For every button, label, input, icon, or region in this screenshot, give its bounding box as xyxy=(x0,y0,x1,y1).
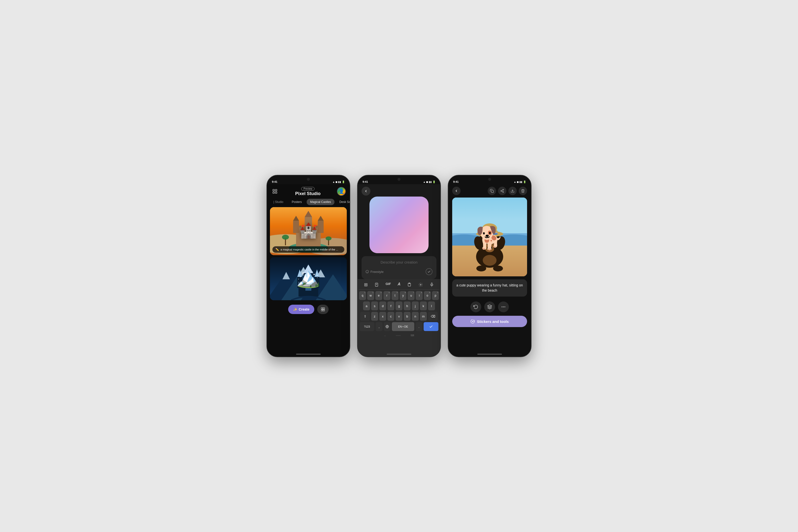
svg-point-60 xyxy=(503,189,504,190)
kb-key-t[interactable]: 5t xyxy=(392,291,399,300)
camera-notch-3 xyxy=(488,178,491,181)
back-button-2[interactable] xyxy=(362,187,370,195)
ice-castle-image xyxy=(270,257,347,300)
kb-tool-mic[interactable] xyxy=(430,282,434,287)
svg-point-62 xyxy=(503,192,504,193)
tabs-row: | Studio Posters Magical Castles Desk Se… xyxy=(267,198,350,207)
kb-comma[interactable]: , xyxy=(376,322,382,331)
desert-castle-card[interactable]: ✏️ a magical magestic castle in the midd… xyxy=(270,207,347,255)
kb-key-v[interactable]: v xyxy=(396,312,402,321)
kb-key-e[interactable]: 3e xyxy=(375,291,382,300)
camera-notch-2 xyxy=(398,178,400,181)
describe-box[interactable]: Describe your creation Freestyle xyxy=(362,256,436,279)
svg-rect-34 xyxy=(315,277,320,288)
more-button[interactable] xyxy=(498,302,509,312)
check-button[interactable] xyxy=(425,268,433,275)
kb-key-n[interactable]: n xyxy=(412,312,419,321)
kb-key-f[interactable]: f xyxy=(387,302,394,310)
kb-key-q[interactable]: 1q xyxy=(359,291,366,300)
app-title: Pixel Studio xyxy=(295,191,320,196)
kb-key-d[interactable]: d xyxy=(379,302,386,310)
kb-key-m[interactable]: m xyxy=(420,312,427,321)
freestyle-label[interactable]: Freestyle xyxy=(365,270,383,274)
kb-tool-clip[interactable] xyxy=(374,282,379,287)
svg-rect-2 xyxy=(273,192,274,193)
kb-key-w[interactable]: 2w xyxy=(367,291,374,300)
kb-tool-apps[interactable]: ⊞ xyxy=(364,282,368,287)
avatar[interactable]: 👤 xyxy=(337,187,346,196)
create-label: Create xyxy=(299,307,309,311)
svg-rect-55 xyxy=(431,283,433,285)
camera-notch xyxy=(307,178,310,181)
kb-shift[interactable]: ⇧ xyxy=(360,312,370,321)
svg-rect-3 xyxy=(276,192,277,193)
kb-num-toggle[interactable]: ?123 xyxy=(360,322,374,331)
tab-posters[interactable]: Posters xyxy=(288,199,305,205)
create-icon: ✨ xyxy=(293,307,297,311)
refresh-button[interactable] xyxy=(471,302,481,312)
svg-line-63 xyxy=(502,191,503,192)
svg-rect-45 xyxy=(321,309,323,311)
describe-placeholder: Describe your creation xyxy=(365,260,433,264)
tab-desk-setups[interactable]: Desk Setups xyxy=(336,199,350,205)
kb-key-x[interactable]: x xyxy=(379,312,386,321)
kb-key-y[interactable]: 6y xyxy=(400,291,407,300)
svg-rect-44 xyxy=(323,308,325,309)
kb-key-r[interactable]: 4r xyxy=(383,291,391,300)
kb-key-u[interactable]: 7u xyxy=(407,291,415,300)
kb-key-a[interactable]: a xyxy=(363,302,370,310)
svg-rect-40 xyxy=(299,282,299,285)
kb-tool-settings[interactable] xyxy=(418,282,423,287)
tab-magical-castles[interactable]: Magical Castles xyxy=(307,199,335,205)
svg-marker-91 xyxy=(488,305,492,307)
kb-key-s[interactable]: s xyxy=(371,302,378,310)
svg-point-23 xyxy=(326,236,331,241)
kb-key-i[interactable]: 8i xyxy=(416,291,423,300)
svg-rect-1 xyxy=(276,189,277,191)
svg-point-77 xyxy=(491,241,493,244)
svg-marker-30 xyxy=(299,267,308,276)
kb-backspace[interactable]: ⌫ xyxy=(428,312,438,321)
kb-key-p[interactable]: 0p xyxy=(432,291,439,300)
kb-key-c[interactable]: c xyxy=(387,312,394,321)
svg-point-21 xyxy=(282,235,289,240)
kb-key-j[interactable]: j xyxy=(412,302,419,310)
caption-text: a magical magestic castle in the middle … xyxy=(281,248,338,251)
describe-footer: Freestyle xyxy=(365,268,433,275)
download-button[interactable] xyxy=(508,187,517,195)
delete-button[interactable] xyxy=(519,187,527,195)
kb-key-g[interactable]: g xyxy=(396,302,402,310)
share-button[interactable] xyxy=(498,187,507,195)
kb-key-h[interactable]: h xyxy=(404,302,411,310)
kb-tool-font[interactable]: A xyxy=(398,282,401,287)
copy-button[interactable] xyxy=(488,187,496,195)
kb-globe[interactable] xyxy=(384,322,391,331)
kb-num-row: 1q 2w 3e 4r 5t 6y xyxy=(359,291,439,300)
svg-point-88 xyxy=(482,223,497,233)
create-button[interactable]: ✨ Create xyxy=(288,305,315,314)
tab-studio[interactable]: | Studio xyxy=(270,199,287,205)
kb-key-b[interactable]: b xyxy=(404,312,411,321)
keyboard-hint: ⌄ —— ⌨ xyxy=(359,332,439,338)
kb-period[interactable]: . xyxy=(416,322,422,331)
edit-button[interactable] xyxy=(317,305,328,314)
kb-key-k[interactable]: k xyxy=(420,302,427,310)
back-button-3[interactable] xyxy=(452,187,460,195)
kb-space[interactable]: EN • DE xyxy=(392,322,414,331)
gallery-icon[interactable] xyxy=(271,187,279,195)
svg-point-89 xyxy=(476,266,486,271)
svg-rect-39 xyxy=(305,284,311,291)
svg-point-83 xyxy=(483,255,496,266)
kb-enter[interactable] xyxy=(424,322,438,331)
kb-key-z[interactable]: z xyxy=(371,312,378,321)
kb-tool-gif[interactable]: GIF xyxy=(385,282,391,287)
stickers-button[interactable]: Stickers and tools xyxy=(452,316,527,327)
header-title: Preview Pixel Studio xyxy=(295,186,320,196)
kb-key-o[interactable]: 9o xyxy=(424,291,431,300)
kb-tool-clipboard[interactable] xyxy=(407,282,412,287)
ice-castle-card[interactable] xyxy=(270,257,347,300)
phone-2: 9:41 ▲ ◼ ▮▮ 🔋 Describe your creation xyxy=(357,175,441,357)
kb-key-l[interactable]: l xyxy=(428,302,435,310)
svg-rect-87 xyxy=(482,233,497,233)
layers-button[interactable] xyxy=(484,302,495,312)
